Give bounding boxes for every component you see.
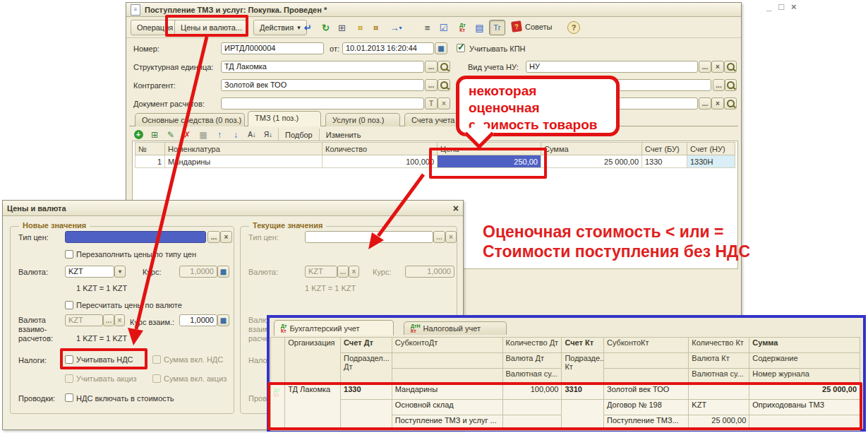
mutual-rate-field[interactable]: 1,0000 [179, 314, 217, 326]
close-button[interactable]: × [791, 1, 797, 12]
cur-currency-field: KZT [305, 266, 337, 278]
excise-checkbox[interactable] [65, 374, 73, 383]
currency-combo[interactable]: KZT [65, 266, 114, 278]
unit-field[interactable]: ТД Лакомка [221, 61, 424, 73]
calendar-button[interactable]: ▦ [435, 42, 447, 54]
dialog-title: Цены и валюта [7, 204, 66, 213]
actions-menu-button[interactable]: Действия ▾ [253, 20, 307, 35]
coins-out-icon: ¤ [373, 23, 378, 33]
nu-kind-field[interactable]: НУ [526, 61, 698, 73]
postings-table: Организация Счет Дт СубконтоДт Количеств… [270, 337, 860, 431]
mutual-currency-select-button[interactable]: ... [103, 314, 114, 326]
col-price: Цена [438, 143, 541, 155]
maximize-button[interactable]: □ [778, 1, 784, 12]
col-item: Номенклатура [165, 143, 323, 155]
nu-open-button[interactable] [724, 61, 737, 73]
cell-qty[interactable]: 100,000 [323, 155, 438, 168]
right-field-4-clear-button[interactable]: × [711, 97, 724, 109]
vat-included-checkbox[interactable] [152, 355, 161, 364]
right-field-3-open-button[interactable] [725, 79, 737, 91]
refresh-button[interactable]: ↻ [318, 20, 334, 35]
journal-button[interactable]: ▤ [471, 20, 488, 35]
move-up-button[interactable]: ↑ [213, 129, 226, 141]
unit-open-button[interactable] [438, 61, 450, 73]
refill-prices-checkbox[interactable] [65, 250, 73, 259]
currency-dropdown-button[interactable]: ▾ [114, 266, 126, 278]
mutual-currency-clear-button[interactable]: × [114, 314, 125, 326]
price-type-select-button[interactable]: ... [207, 231, 220, 243]
vat-in-cost-checkbox[interactable] [65, 393, 73, 402]
nu-clear-button[interactable]: × [711, 61, 724, 73]
incoming-payment-button[interactable]: ¤ [352, 20, 368, 35]
cell-item[interactable]: Мандарины [165, 155, 323, 168]
recalc-prices-checkbox[interactable] [65, 301, 73, 309]
excise-included-checkbox[interactable] [152, 374, 161, 383]
contractor-select-button[interactable]: ... [425, 79, 438, 91]
post-document-button[interactable]: ↵ [300, 20, 316, 35]
rate-field[interactable]: 1,0000 [179, 266, 217, 278]
outgoing-payment-button[interactable]: ¤ [368, 20, 384, 35]
cell-acc-nu[interactable]: 1330Н [687, 155, 735, 168]
visibility-settings-button[interactable]: ☑ [435, 20, 452, 35]
row-settings-button[interactable]: ≡ [419, 20, 435, 35]
change-button[interactable]: Изменить [323, 131, 364, 139]
date-field[interactable]: 10.01.2013 16:20:44 [342, 42, 434, 54]
add-row-button[interactable]: + [132, 129, 145, 141]
edit-row-button[interactable]: ✎ [164, 129, 177, 141]
settlement-doc-field[interactable] [221, 97, 424, 109]
mutual-rate-calc-button[interactable]: ▦ [217, 314, 229, 326]
right-field-4-select-button[interactable]: ... [699, 97, 711, 109]
cell-acc-bu[interactable]: 1330 [642, 155, 687, 168]
minimize-button[interactable]: _ [766, 1, 771, 12]
right-field-3-select-button[interactable]: ... [713, 79, 725, 91]
sort-desc-button[interactable]: Я↓ [262, 129, 275, 141]
nu-select-button[interactable]: ... [699, 61, 711, 73]
tab-fixed-assets[interactable]: Основные средства (0 поз.) [135, 113, 245, 126]
unit-select-button[interactable]: ... [425, 61, 438, 73]
sort-asc-button[interactable]: А↓ [246, 129, 258, 141]
copy-row-button[interactable]: ⊞ [148, 129, 161, 141]
tab-services[interactable]: Услуги (0 поз.) [325, 113, 400, 126]
cur-currency-select-button: ... [337, 266, 349, 278]
rate-calc-button[interactable]: ▦ [217, 266, 229, 278]
advice-button[interactable]: ? Советы [512, 21, 552, 32]
header-empty [604, 369, 689, 384]
dtkt-postings-button[interactable]: ДтКт [454, 20, 471, 35]
header-empty [392, 353, 502, 369]
dialog-close-icon[interactable]: × [453, 203, 459, 214]
kpn-checkbox[interactable] [457, 44, 465, 52]
pick-button[interactable]: Подбор [282, 131, 315, 139]
prices-currency-button[interactable]: Цены и валюта... [174, 20, 248, 35]
contractor-field[interactable]: Золотой век ТОО [221, 79, 424, 91]
settlement-doc-type-button[interactable]: T [425, 97, 438, 109]
copy-icon: ⊞ [338, 23, 346, 33]
tab-accounting[interactable]: ДтКт Бухгалтерский учет [274, 320, 394, 336]
cell-price[interactable]: 250,00 [438, 155, 541, 168]
right-field-4-open-button[interactable] [724, 97, 737, 109]
dialog-titlebar[interactable]: Цены и валюта × [3, 201, 463, 216]
mutual-currency-field[interactable]: KZT [65, 314, 103, 326]
price-type-field[interactable] [65, 231, 206, 243]
related-documents-button[interactable]: → ▾ [385, 20, 407, 35]
document-titlebar[interactable]: ≡ Поступление ТМЗ и услуг: Покупка. Пров… [126, 3, 741, 17]
copy-button[interactable]: ⊞ [334, 20, 350, 35]
header-sub-kt: СубконтоКт [604, 338, 689, 353]
save-icon: ▦ [199, 130, 207, 140]
vat-checkbox[interactable] [65, 355, 73, 364]
cell-num[interactable]: 1 [135, 155, 165, 168]
sort-az-icon: А↓ [248, 131, 256, 138]
tab-tax-accounting[interactable]: ДтНКт Налоговый учет [404, 321, 507, 335]
price-type-clear-button[interactable]: × [220, 231, 232, 243]
help-button[interactable]: ? [567, 21, 580, 34]
cur-price-type-field [305, 231, 433, 243]
totals-tg-button[interactable]: Тг [489, 20, 505, 35]
cell-sum[interactable]: 25 000,00 [541, 155, 642, 168]
end-edit-button[interactable]: ▦ [197, 129, 210, 141]
move-down-button[interactable]: ↓ [229, 129, 242, 141]
tab-tmz[interactable]: ТМЗ (1 поз.) [248, 111, 321, 126]
number-field[interactable]: ИРТДЛ000004 [221, 42, 324, 54]
separator [319, 129, 320, 141]
contractor-open-button[interactable] [438, 79, 450, 91]
delete-row-button[interactable]: ✗ [181, 129, 193, 141]
settlement-doc-clear-button[interactable]: × [438, 97, 450, 109]
